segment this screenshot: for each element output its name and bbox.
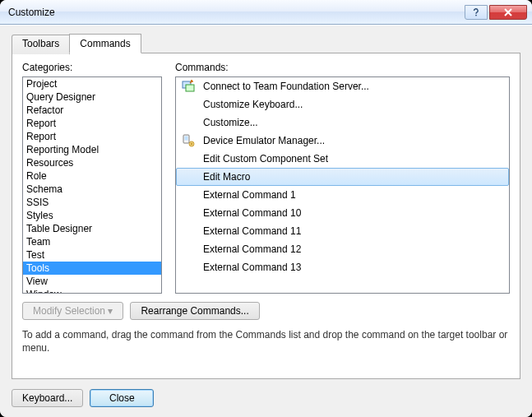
category-item[interactable]: Refactor	[23, 104, 161, 117]
category-item[interactable]: Query Designer	[23, 90, 161, 104]
command-item[interactable]: Connect to Team Foundation Server...	[176, 77, 509, 95]
window-close-button[interactable]	[489, 5, 527, 20]
command-item[interactable]: External Command 13	[176, 258, 509, 276]
category-item[interactable]: Project	[23, 77, 161, 90]
category-item[interactable]: View	[23, 275, 161, 288]
svg-rect-2	[186, 85, 194, 91]
command-item-label: Edit Macro	[203, 171, 250, 183]
command-item[interactable]: External Command 11	[176, 222, 509, 240]
category-item[interactable]: Reporting Model	[23, 143, 161, 156]
command-item[interactable]: Device Emulator Manager...	[176, 132, 509, 150]
titlebar: Customize	[0, 0, 532, 25]
tab-toolbars[interactable]: Toolbars	[12, 35, 70, 54]
category-item[interactable]: Report	[23, 117, 161, 130]
close-icon	[504, 8, 512, 16]
commands-listbox[interactable]: Connect to Team Foundation Server...Cust…	[175, 76, 510, 294]
help-text: To add a command, drag the command from …	[22, 328, 510, 354]
category-item[interactable]: Resources	[23, 156, 161, 169]
commands-label: Commands:	[175, 62, 510, 73]
category-item[interactable]: Test	[23, 248, 161, 262]
category-item[interactable]: Report	[23, 130, 161, 143]
command-item[interactable]: External Command 12	[176, 240, 509, 258]
categories-label: Categories:	[22, 62, 162, 73]
modify-selection-button[interactable]: Modify Selection ▾	[22, 302, 123, 320]
help-button[interactable]	[465, 5, 488, 20]
command-item-label: Connect to Team Foundation Server...	[203, 81, 369, 92]
command-item-label: External Command 10	[203, 207, 301, 219]
command-item-label: Customize Keyboard...	[203, 99, 303, 110]
command-item-label: External Command 13	[203, 262, 301, 273]
rearrange-commands-button[interactable]: Rearrange Commands...	[130, 302, 259, 320]
tab-strip: ToolbarsCommands	[12, 34, 520, 53]
customize-dialog: Customize ToolbarsCommands Categories: P…	[0, 0, 532, 417]
svg-point-0	[475, 14, 477, 16]
categories-listbox[interactable]: ProjectQuery DesignerRefactorReportRepor…	[22, 76, 162, 294]
command-item[interactable]: External Command 1	[176, 186, 509, 204]
category-item[interactable]: Tools	[23, 262, 161, 275]
help-icon	[472, 8, 480, 16]
client-area: ToolbarsCommands Categories: ProjectQuer…	[0, 25, 532, 417]
command-item-label: External Command 1	[203, 189, 296, 201]
category-item[interactable]: Styles	[23, 209, 161, 222]
window-title: Customize	[8, 7, 463, 18]
command-item[interactable]: Edit Custom Component Set	[176, 150, 509, 168]
panel-buttons: Modify Selection ▾ Rearrange Commands...	[22, 302, 510, 320]
category-item[interactable]: Window	[23, 288, 161, 293]
command-item[interactable]: Edit Macro	[176, 168, 509, 186]
dialog-buttons: Keyboard... Close	[12, 379, 520, 407]
commands-column: Commands: Connect to Team Foundation Ser…	[175, 62, 510, 294]
tfs-icon	[182, 80, 195, 93]
category-item[interactable]: Team	[23, 235, 161, 248]
category-item[interactable]: Schema	[23, 183, 161, 196]
command-item-label: Customize...	[203, 117, 258, 128]
device-emulator-icon	[182, 134, 195, 147]
command-item-label: External Command 12	[203, 243, 301, 255]
command-item[interactable]: Customize...	[176, 114, 509, 132]
command-item-label: External Command 11	[203, 225, 301, 237]
command-item-label: Device Emulator Manager...	[203, 135, 325, 146]
commands-list-inner: Connect to Team Foundation Server...Cust…	[176, 77, 509, 293]
categories-list-inner: ProjectQuery DesignerRefactorReportRepor…	[23, 77, 161, 293]
command-item[interactable]: External Command 10	[176, 204, 509, 222]
panel-columns: Categories: ProjectQuery DesignerRefacto…	[22, 62, 510, 294]
commands-panel: Categories: ProjectQuery DesignerRefacto…	[12, 53, 520, 379]
keyboard-button[interactable]: Keyboard...	[12, 389, 83, 407]
command-item[interactable]: Customize Keyboard...	[176, 95, 509, 114]
category-item[interactable]: Table Designer	[23, 222, 161, 235]
svg-rect-4	[185, 137, 188, 141]
categories-column: Categories: ProjectQuery DesignerRefacto…	[22, 62, 162, 294]
category-item[interactable]: Role	[23, 169, 161, 183]
close-button[interactable]: Close	[90, 389, 154, 407]
tab-commands[interactable]: Commands	[69, 34, 141, 53]
category-item[interactable]: SSIS	[23, 196, 161, 209]
command-item-label: Edit Custom Component Set	[203, 153, 328, 164]
